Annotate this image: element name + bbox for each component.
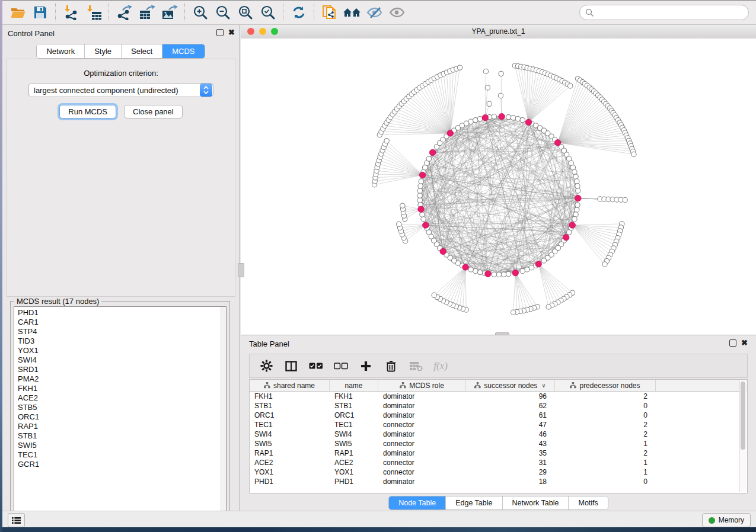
network-node[interactable] — [511, 310, 515, 315]
network-node[interactable] — [426, 156, 431, 161]
tab-mcds[interactable]: MCDS — [162, 44, 204, 58]
export-network-button[interactable] — [113, 2, 136, 23]
table-row[interactable]: TEC1TEC1connector472 — [250, 420, 747, 430]
open-file-button[interactable] — [7, 2, 29, 23]
save-button[interactable] — [29, 2, 52, 23]
import-table-button[interactable] — [82, 2, 105, 23]
table-settings-button[interactable] — [258, 357, 275, 375]
table-row[interactable]: SWI4SWI4dominator462 — [250, 430, 747, 439]
table-scrollbar-thumb[interactable] — [741, 382, 745, 450]
network-node[interactable] — [477, 270, 482, 274]
list-item[interactable]: SWI5 — [18, 441, 226, 450]
network-node[interactable] — [419, 179, 423, 184]
network-node[interactable] — [492, 114, 496, 119]
first-neighbors-button[interactable] — [341, 2, 363, 23]
column-header[interactable]: predecessor nodes — [555, 380, 656, 391]
show-all-button[interactable] — [386, 2, 409, 23]
network-node[interactable] — [575, 195, 581, 201]
network-node[interactable] — [506, 114, 511, 119]
table-row[interactable]: FKH1FKH1dominator962 — [250, 392, 747, 401]
list-item[interactable]: TEC1 — [18, 450, 226, 460]
network-node[interactable] — [421, 217, 426, 222]
search-input[interactable] — [597, 6, 748, 19]
list-item[interactable]: YOX1 — [18, 346, 226, 355]
list-item[interactable]: RAP1 — [18, 422, 226, 431]
network-canvas[interactable] — [241, 39, 756, 335]
list-item[interactable]: SWI4 — [18, 355, 226, 365]
network-node[interactable] — [420, 212, 425, 217]
network-node[interactable] — [423, 222, 429, 228]
network-node[interactable] — [575, 203, 580, 207]
export-table-button[interactable] — [136, 2, 158, 23]
tab-edge-table[interactable]: Edge Table — [446, 496, 502, 509]
run-mcds-button[interactable]: Run MCDS — [59, 105, 116, 118]
network-node[interactable] — [417, 198, 422, 203]
tab-select[interactable]: Select — [122, 44, 162, 58]
list-item[interactable]: ORC1 — [18, 412, 226, 422]
delete-column-button[interactable] — [382, 357, 399, 375]
network-node[interactable] — [468, 267, 473, 272]
network-node[interactable] — [447, 130, 453, 136]
network-graph[interactable] — [241, 39, 756, 335]
window-zoom-icon[interactable] — [271, 28, 278, 35]
list-item[interactable]: FKH1 — [18, 384, 226, 393]
table-row[interactable]: YOX1YOX1connector291 — [250, 467, 747, 477]
column-header[interactable]: shared name — [250, 380, 330, 391]
select-all-button[interactable] — [308, 357, 324, 375]
network-node[interactable] — [568, 84, 573, 88]
list-item[interactable]: TID3 — [18, 336, 226, 346]
close-panel-icon[interactable]: ✖ — [228, 30, 235, 36]
float-panel-icon[interactable] — [216, 29, 224, 36]
list-item[interactable]: CAR1 — [18, 318, 226, 327]
network-node[interactable] — [525, 119, 531, 125]
task-history-button[interactable] — [8, 513, 25, 527]
network-node[interactable] — [575, 179, 579, 184]
window-close-icon[interactable] — [247, 28, 254, 35]
network-node[interactable] — [575, 207, 579, 212]
vertical-splitter-grip[interactable] — [238, 263, 244, 277]
table-row[interactable]: STB1STB1dominator620 — [250, 401, 747, 411]
network-node[interactable] — [575, 184, 580, 188]
list-item[interactable]: GCR1 — [18, 460, 226, 469]
network-node[interactable] — [473, 117, 478, 122]
network-node[interactable] — [457, 65, 462, 70]
deselect-all-button[interactable] — [333, 357, 349, 375]
network-node[interactable] — [569, 222, 575, 228]
list-item[interactable]: ACE2 — [18, 393, 226, 403]
list-item[interactable]: STP4 — [18, 327, 226, 336]
zoom-out-button[interactable] — [212, 2, 234, 23]
network-node[interactable] — [573, 212, 578, 217]
column-header[interactable]: MCDS role — [378, 380, 466, 391]
network-node[interactable] — [418, 206, 424, 212]
network-node[interactable] — [623, 197, 627, 202]
network-node[interactable] — [511, 116, 515, 120]
function-builder-button[interactable]: f(x) — [432, 357, 449, 375]
table-row[interactable]: RAP1RAP1dominator352 — [250, 448, 747, 458]
hide-selected-button[interactable] — [363, 2, 386, 23]
tab-style[interactable]: Style — [85, 44, 122, 58]
network-node[interactable] — [566, 230, 571, 235]
network-node[interactable] — [572, 217, 577, 222]
criterion-select[interactable]: largest connected component (undirected) — [28, 83, 213, 97]
refresh-button[interactable] — [288, 2, 310, 23]
list-item[interactable]: STB5 — [18, 403, 226, 412]
table-row[interactable]: ACE2ACE2connector311 — [250, 458, 747, 467]
network-node[interactable] — [541, 258, 546, 263]
memory-button[interactable]: Memory — [702, 513, 751, 527]
zoom-in-button[interactable] — [189, 2, 212, 23]
network-node[interactable] — [506, 271, 511, 276]
network-node[interactable] — [602, 262, 607, 267]
list-item[interactable]: STB1 — [18, 431, 226, 441]
import-network-button[interactable] — [60, 2, 82, 23]
network-node[interactable] — [576, 188, 580, 193]
list-item[interactable]: PHD1 — [18, 308, 226, 318]
tab-network-table[interactable]: Network Table — [503, 496, 569, 509]
show-columns-button[interactable] — [283, 357, 299, 375]
add-column-button[interactable] — [358, 357, 374, 375]
list-item[interactable]: PMA2 — [18, 374, 226, 384]
table-row[interactable]: SWI5SWI5connector431 — [250, 439, 747, 448]
network-node[interactable] — [487, 101, 492, 106]
zoom-selected-button[interactable] — [257, 2, 279, 23]
table-row[interactable]: PHD1PHD1dominator180 — [250, 477, 747, 486]
clone-network-button[interactable] — [318, 2, 341, 23]
